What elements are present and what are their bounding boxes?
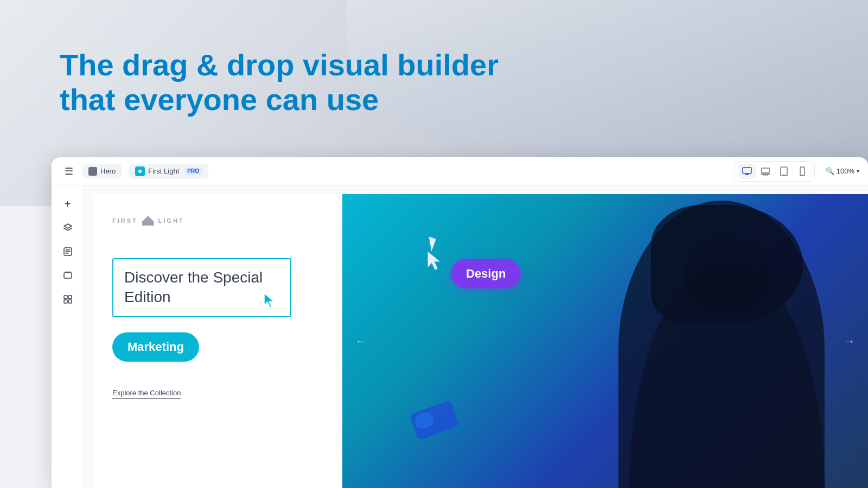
menu-button[interactable]: ☰ [60, 163, 78, 180]
left-arrow-icon: ← [355, 335, 366, 347]
toolbar: ☰ Hero First Light PRO [52, 157, 868, 185]
firstlight-dot-icon [135, 166, 145, 176]
cursor-pointer-on-image [426, 237, 443, 273]
website-preview: FIRST LIGHT Discover the Special Edition [93, 194, 868, 488]
main-area: + [52, 185, 868, 488]
explore-collection-link[interactable]: Explore the Collection [112, 389, 181, 399]
svg-point-7 [783, 174, 784, 175]
zoom-control[interactable]: 🔍 100% ▾ [826, 167, 859, 175]
sidebar-templates-button[interactable] [58, 290, 78, 309]
glasses-shape [410, 400, 459, 440]
desktop-svg [742, 167, 752, 176]
cursor-pointer-svg [426, 251, 443, 271]
device-icons-group [735, 161, 815, 182]
media-icon [63, 271, 73, 280]
svg-rect-21 [68, 300, 72, 303]
device-mobile-icon[interactable] [794, 164, 811, 179]
tab-icon-svg [90, 169, 95, 174]
headline-box-container: Discover the Special Edition [112, 258, 323, 317]
mobile-svg [800, 166, 805, 176]
left-sidebar: + [52, 185, 84, 488]
site-logo-icon [142, 216, 154, 226]
builder-window: ☰ Hero First Light PRO [52, 157, 868, 488]
svg-rect-5 [762, 168, 769, 173]
design-badge[interactable]: Design [451, 259, 521, 288]
device-tablet-icon[interactable] [775, 164, 793, 179]
zoom-dropdown-icon: ▾ [857, 168, 859, 174]
device-laptop-icon[interactable] [757, 164, 774, 179]
marketing-badge[interactable]: Marketing [112, 332, 199, 362]
svg-point-1 [138, 170, 142, 173]
content-icon [63, 247, 73, 256]
svg-rect-18 [64, 296, 67, 299]
right-arrow-icon: → [844, 335, 855, 347]
firstlight-icon-svg [137, 169, 143, 174]
site-headline: Discover the Special Edition [124, 268, 279, 307]
nav-arrow-left[interactable]: ← [355, 335, 366, 348]
sidebar-layers-button[interactable] [58, 218, 78, 237]
add-icon: + [65, 198, 71, 210]
svg-rect-2 [743, 168, 751, 174]
headline-line1: The drag & drop visual builder [60, 48, 499, 82]
site-logo-text-first: FIRST [112, 217, 138, 224]
svg-rect-20 [64, 300, 67, 303]
tab-firstlight-label: First Light [148, 167, 179, 175]
cursor-in-box [263, 292, 275, 311]
svg-rect-0 [91, 169, 95, 174]
site-left-panel: FIRST LIGHT Discover the Special Edition [93, 194, 342, 488]
templates-icon [63, 294, 73, 304]
glasses-element [413, 407, 456, 434]
pro-badge: PRO [184, 168, 202, 175]
person-silhouette [597, 194, 825, 488]
headline-text: The drag & drop visual builder that ever… [60, 48, 499, 118]
hero-headline: The drag & drop visual builder that ever… [60, 48, 499, 118]
svg-rect-19 [68, 296, 72, 299]
site-logo: FIRST LIGHT [112, 216, 323, 226]
tab-firstlight[interactable]: First Light PRO [129, 164, 208, 179]
headline-line2: that everyone can use [60, 82, 379, 117]
layers-icon [63, 223, 73, 233]
site-logo-text-light: LIGHT [158, 217, 184, 224]
canvas-area: FIRST LIGHT Discover the Special Edition [84, 185, 868, 488]
zoom-label: 100% [837, 167, 854, 175]
head-silhouette [684, 237, 770, 313]
tab-hero[interactable]: Hero [82, 164, 122, 178]
design-label: Design [466, 267, 506, 280]
laptop-svg [761, 167, 770, 176]
device-desktop-icon[interactable] [738, 164, 756, 179]
nav-arrow-right[interactable]: → [844, 335, 855, 348]
sidebar-content-button[interactable] [58, 242, 78, 261]
zoom-icon: 🔍 [826, 167, 834, 175]
explore-link-container: Explore the Collection [112, 388, 323, 397]
sidebar-add-button[interactable]: + [58, 194, 78, 214]
marketing-label: Marketing [127, 340, 184, 354]
tab-hero-label: Hero [100, 167, 116, 175]
svg-point-9 [802, 174, 803, 175]
site-right-panel: Design ← → [342, 194, 868, 488]
sidebar-media-button[interactable] [58, 266, 78, 285]
tablet-svg [780, 166, 788, 176]
menu-icon: ☰ [65, 165, 73, 177]
cursor-arrow-icon [263, 292, 275, 309]
svg-rect-14 [64, 273, 72, 278]
tab-hero-icon [88, 167, 97, 176]
